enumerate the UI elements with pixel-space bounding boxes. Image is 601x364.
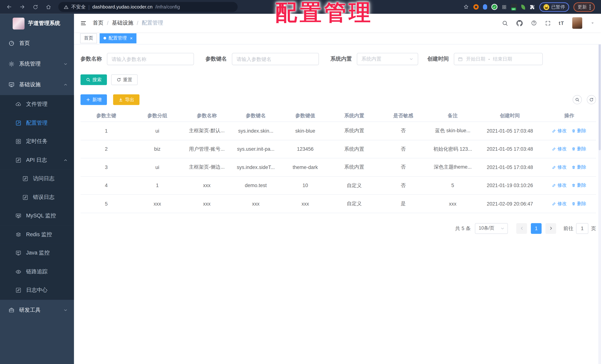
- tab-1[interactable]: 首页: [80, 33, 97, 43]
- extension-donut-icon[interactable]: [473, 4, 479, 10]
- font-size-icon[interactable]: tT: [559, 20, 564, 26]
- edit-link[interactable]: 修改: [552, 182, 567, 189]
- add-button[interactable]: 新增: [80, 94, 107, 105]
- sidebar-item-14[interactable]: 日志中心: [0, 281, 74, 300]
- update-button[interactable]: 更新: [573, 2, 595, 12]
- sidebar-item-8[interactable]: 访问日志: [0, 170, 74, 188]
- search-icon[interactable]: [502, 20, 508, 26]
- log-icon: [15, 287, 21, 293]
- help-icon[interactable]: [531, 20, 537, 26]
- close-icon[interactable]: ×: [130, 36, 133, 40]
- profile-paused-badge[interactable]: 已暂停: [539, 2, 569, 12]
- delete-link[interactable]: 删除: [572, 164, 586, 171]
- row-actions: 修改删除: [542, 200, 596, 207]
- param-name-input[interactable]: [107, 53, 194, 65]
- sidebar-item-12[interactable]: Java 监控: [0, 244, 74, 263]
- user-menu-caret-icon[interactable]: [590, 21, 595, 25]
- system-type-select[interactable]: 系统内置: [357, 53, 418, 65]
- row-actions: 修改删除: [542, 164, 596, 171]
- table-header-row: 参数主键参数分组参数名称参数键名参数键值系统内置是否敏感备注创建时间操作: [80, 110, 596, 122]
- extension-leaf-icon[interactable]: [521, 4, 525, 10]
- toggle-search-button[interactable]: [572, 95, 582, 104]
- forward-icon[interactable]: [17, 1, 28, 12]
- date-end-placeholder: 结束日期: [493, 56, 512, 62]
- cell: 123456: [280, 146, 330, 152]
- sidebar-item-4[interactable]: 文件管理: [0, 95, 74, 114]
- column-header-5: 参数键值: [280, 112, 330, 119]
- sidebar-item-6[interactable]: 定时任务: [0, 132, 74, 151]
- sidebar-item-5[interactable]: 配置管理: [0, 114, 74, 132]
- scrollbar-thumb[interactable]: [599, 35, 601, 150]
- mysql-monitor-icon: [15, 213, 21, 219]
- bookmark-star-icon[interactable]: [463, 4, 469, 10]
- sidebar-item-10[interactable]: MySQL 监控: [0, 207, 74, 225]
- cell: 10: [280, 183, 330, 188]
- page-size-select[interactable]: 10条/页: [475, 223, 508, 234]
- scrollbar-track[interactable]: [598, 32, 601, 364]
- sidebar-item-13[interactable]: 链路追踪: [0, 263, 74, 281]
- sidebar-item-7[interactable]: API 日志: [0, 151, 74, 170]
- filter-form: 参数名称 参数键名 系统内置 系统内置 创建时间 开始日期: [80, 53, 596, 65]
- edit-link[interactable]: 修改: [552, 128, 567, 134]
- sidebar-item-label: 基础设施: [19, 81, 41, 88]
- user-avatar[interactable]: [572, 17, 582, 29]
- table-row-5[interactable]: 5xxxxxxxxxxxx自定义是xxx2021-02-09 20:06:47修…: [80, 195, 596, 213]
- extension-pin-icon[interactable]: [483, 4, 487, 10]
- briefcase-icon: [9, 307, 15, 313]
- table-row-3[interactable]: 3ui主框架页-侧边...sys.index.sideT...theme-dar…: [80, 158, 596, 177]
- sidebar-item-2[interactable]: 系统管理: [0, 54, 74, 74]
- edit-link[interactable]: 修改: [552, 164, 567, 171]
- sidebar-item-15[interactable]: 研发工具: [0, 300, 74, 320]
- sidebar-fold-icon[interactable]: [80, 20, 87, 26]
- system-type-placeholder: 系统内置: [361, 56, 381, 62]
- cell: 自定义: [330, 182, 378, 189]
- delete-link[interactable]: 删除: [572, 200, 586, 207]
- next-page-button[interactable]: [545, 223, 556, 234]
- pencil-icon: [552, 202, 556, 206]
- address-bar[interactable]: 不安全 | dashboard.yudao.iocoder.cn/infra/c…: [58, 2, 238, 12]
- goto-page-input[interactable]: [576, 223, 588, 234]
- chevron-up-icon: [63, 82, 68, 87]
- delete-link[interactable]: 删除: [572, 128, 586, 134]
- sidebar-item-1[interactable]: 首页: [0, 33, 74, 54]
- paused-label: 已暂停: [551, 4, 565, 10]
- chevron-right-icon: [548, 226, 553, 231]
- fullscreen-icon[interactable]: [545, 20, 551, 26]
- edit-link[interactable]: 修改: [552, 200, 567, 207]
- breadcrumb-item-2[interactable]: 基础设施: [112, 20, 133, 26]
- search-button[interactable]: 搜索: [80, 74, 107, 85]
- extension-on-badge-icon[interactable]: on: [511, 4, 517, 10]
- date-range-picker[interactable]: 开始日期 - 结束日期: [454, 53, 543, 65]
- cell: 1: [132, 183, 183, 188]
- delete-link[interactable]: 删除: [572, 182, 586, 189]
- browser-menu-icon[interactable]: [590, 4, 591, 10]
- extensions-puzzle-icon[interactable]: [529, 4, 535, 10]
- breadcrumb-item-1[interactable]: 首页: [93, 20, 103, 26]
- prev-page-button[interactable]: [516, 223, 527, 234]
- extension-check-icon[interactable]: ✓: [491, 4, 497, 10]
- export-button-label: 导出: [125, 96, 134, 103]
- github-icon[interactable]: [516, 20, 523, 26]
- sidebar-item-11[interactable]: Redis 监控: [0, 225, 74, 244]
- table-row-1[interactable]: 1ui主框架页-默认...sys.index.skin...skin-blue系…: [80, 122, 596, 140]
- refresh-table-button[interactable]: [587, 95, 596, 104]
- sidebar-item-3[interactable]: 基础设施: [0, 74, 74, 95]
- extension-grid-icon[interactable]: [502, 4, 507, 10]
- home-icon[interactable]: [43, 1, 54, 12]
- app-logo-row[interactable]: 芋道管理系统: [0, 14, 74, 33]
- cell: xxx: [428, 201, 478, 206]
- reload-icon[interactable]: [30, 1, 41, 12]
- sidebar-item-label: API 日志: [26, 157, 47, 164]
- sidebar-item-9[interactable]: 错误日志: [0, 188, 74, 207]
- reset-button[interactable]: 重置: [111, 74, 138, 85]
- edit-link[interactable]: 修改: [552, 146, 567, 152]
- tab-2[interactable]: 配置管理×: [100, 33, 136, 43]
- table-row-4[interactable]: 41xxxdemo.test10自定义否52021-01-19 03:10:26…: [80, 177, 596, 195]
- table-row-2[interactable]: 2biz用户管理-账号...sys.user.init-pa...123456系…: [80, 140, 596, 158]
- param-key-input[interactable]: [232, 53, 319, 65]
- cell: xxx: [132, 201, 183, 206]
- delete-link[interactable]: 删除: [572, 146, 586, 152]
- cell: 4: [80, 183, 132, 188]
- export-button[interactable]: 导出: [113, 94, 140, 105]
- back-icon[interactable]: [4, 1, 15, 12]
